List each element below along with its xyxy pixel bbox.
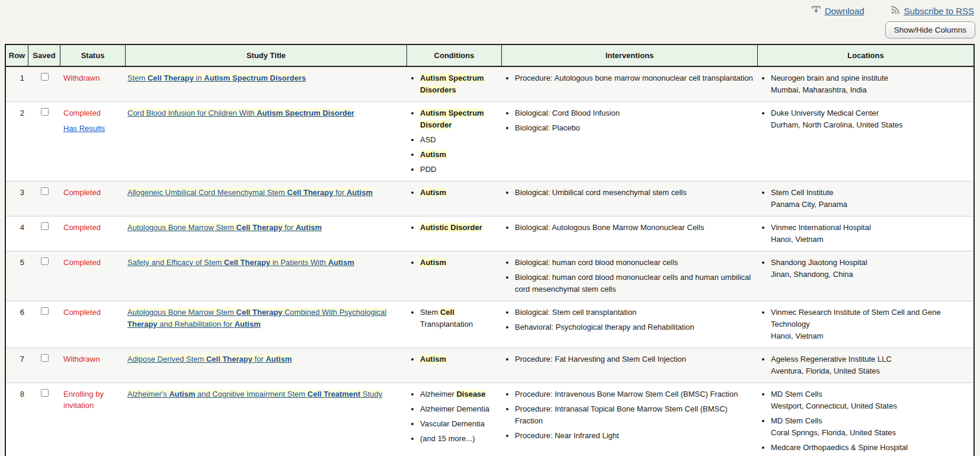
status-label: Enrolling by invitation bbox=[63, 388, 123, 411]
intervention-item: Procedure: Near Infrared Light bbox=[515, 430, 755, 442]
status-label: Withdrawn bbox=[63, 353, 123, 365]
condition-item: Autism Spectrum Disorder bbox=[420, 107, 499, 131]
status-cell: Completed bbox=[60, 301, 126, 347]
study-title-link[interactable]: Autologous Bone Marrow Stem Cell Therapy… bbox=[127, 223, 322, 232]
intervention-item: Biological: Placebo bbox=[515, 122, 755, 134]
condition-item: (and 15 more...) bbox=[420, 433, 499, 445]
toolbar-links: Download Subscribe to RSS bbox=[0, 4, 980, 17]
study-title-link[interactable]: Allogeneic Umbilical Cord Mesenchymal St… bbox=[127, 188, 373, 197]
highlighted-term: Autism bbox=[420, 258, 446, 267]
table-row: 4CompletedAutologous Bone Marrow Stem Ce… bbox=[6, 216, 973, 251]
highlighted-term: Autism bbox=[347, 188, 373, 197]
study-title-link[interactable]: Cord Blood Infusion for Children With Au… bbox=[127, 109, 354, 117]
status-label: Completed bbox=[63, 307, 123, 318]
study-title-link[interactable]: Safety and Efficacy of Stem Cell Therapy… bbox=[127, 258, 354, 267]
location-place: Hanoi, Vietnam bbox=[771, 234, 971, 245]
highlighted-term: Cell Therapy bbox=[287, 188, 334, 197]
location-item: MD Stem CellsCoral Springs, Florida, Uni… bbox=[771, 415, 971, 439]
interventions-list: Biological: Stem cell transplantationBeh… bbox=[505, 307, 755, 333]
location-item: Neurogen brain and spine instituteMumbai… bbox=[771, 72, 971, 96]
subscribe-rss-link[interactable]: Subscribe to RSS bbox=[891, 5, 974, 17]
show-hide-columns-button[interactable]: Show/Hide Columns bbox=[885, 21, 975, 39]
conditions-cell: Stem Cell Transplantation bbox=[407, 301, 502, 347]
saved-cell bbox=[28, 348, 60, 382]
save-checkbox[interactable] bbox=[41, 187, 49, 195]
locations-cell: Neurogen brain and spine instituteMumbai… bbox=[758, 67, 973, 101]
highlighted-term: Cell Therapy bbox=[148, 74, 194, 82]
conditions-cell: Autism bbox=[407, 348, 502, 382]
header-saved: Saved bbox=[28, 45, 60, 66]
download-link[interactable]: Download bbox=[811, 5, 864, 17]
location-place: Durham, North Carolina, United States bbox=[771, 119, 971, 131]
header-study-title: Study Title bbox=[126, 45, 407, 66]
save-checkbox[interactable] bbox=[41, 354, 49, 362]
location-item: Medcare Orthopaedics & Spine HospitalDub… bbox=[771, 442, 971, 456]
interventions-cell: Procedure: Intravenous Bone Marrow Stem … bbox=[502, 383, 758, 456]
has-results-link[interactable]: Has Results bbox=[63, 123, 105, 135]
status-cell: Withdrawn bbox=[60, 67, 126, 101]
row-number: 7 bbox=[6, 348, 28, 382]
save-checkbox[interactable] bbox=[41, 73, 49, 81]
highlighted-term: Cell Therapy bbox=[236, 308, 283, 317]
intervention-item: Biological: Autologous Bone Marrow Monon… bbox=[515, 222, 755, 234]
download-label[interactable]: Download bbox=[825, 6, 864, 16]
study-title-link[interactable]: Alzheimer's Autism and Cognitive Impairm… bbox=[127, 390, 382, 398]
save-checkbox[interactable] bbox=[41, 222, 49, 230]
interventions-cell: Procedure: Autologous bone marrow mononu… bbox=[502, 67, 758, 101]
conditions-cell: Autistic Disorder bbox=[407, 216, 502, 251]
location-name: MD Stem Cells bbox=[771, 415, 971, 427]
location-place: Westport, Connecticut, United States bbox=[771, 400, 971, 412]
conditions-list: Autism Spectrum DisorderASDAutismPDD bbox=[410, 107, 499, 176]
interventions-list: Biological: Umbilical cord mesenchymal s… bbox=[505, 187, 755, 199]
highlighted-term: Cell Therapy bbox=[224, 258, 270, 267]
intervention-item: Biological: human cord blood mononuclear… bbox=[515, 272, 755, 295]
conditions-list: Autistic Disorder bbox=[410, 222, 499, 234]
text-segment: PDD bbox=[420, 165, 436, 174]
interventions-cell: Biological: Autologous Bone Marrow Monon… bbox=[502, 216, 758, 251]
text-segment: Vascular Dementia bbox=[420, 419, 485, 428]
study-title-link[interactable]: Stem Cell Therapy in Autism Spectrum Dis… bbox=[127, 74, 306, 82]
saved-cell bbox=[28, 251, 60, 301]
highlighted-term: Autism bbox=[235, 320, 261, 329]
highlighted-term: Autism bbox=[328, 258, 354, 267]
subscribe-rss-label[interactable]: Subscribe to RSS bbox=[904, 6, 974, 16]
conditions-list: Autism bbox=[410, 187, 499, 199]
text-segment: and Cognitive Impairment Stem bbox=[195, 390, 307, 398]
rss-icon bbox=[891, 5, 901, 17]
save-checkbox[interactable] bbox=[41, 257, 49, 265]
highlighted-term: Autism bbox=[420, 188, 446, 197]
highlighted-term: Autism bbox=[420, 355, 446, 363]
saved-cell bbox=[28, 383, 60, 456]
save-checkbox[interactable] bbox=[41, 389, 49, 397]
study-title-link[interactable]: Adipose Derived Stem Cell Therapy for Au… bbox=[127, 355, 292, 363]
location-place: Dubai, United Arab Emirates bbox=[771, 454, 971, 456]
status-cell: Completed bbox=[60, 181, 126, 216]
location-name: Duke University Medical Center bbox=[771, 107, 971, 119]
location-name: Medcare Orthopaedics & Spine Hospital bbox=[771, 442, 971, 454]
location-place: Aventura, Florida, United States bbox=[771, 365, 971, 377]
interventions-cell: Biological: Umbilical cord mesenchymal s… bbox=[502, 181, 758, 216]
condition-item: Autism bbox=[420, 187, 499, 199]
highlighted-term: Autism bbox=[169, 390, 195, 398]
save-checkbox[interactable] bbox=[41, 307, 49, 315]
interventions-cell: Biological: Stem cell transplantationBeh… bbox=[502, 301, 758, 347]
condition-item: Autism bbox=[420, 149, 499, 161]
condition-item: Autistic Disorder bbox=[420, 222, 499, 234]
text-segment: and Rehabilitation for bbox=[158, 320, 235, 329]
table-row: 6CompletedAutologous Bone Marrow Stem Ce… bbox=[6, 301, 973, 347]
highlighted-term: Autism bbox=[296, 223, 322, 232]
location-place: Hanoi, Vietnam bbox=[771, 330, 971, 342]
text-segment: Stem bbox=[420, 308, 440, 317]
location-place: Coral Springs, Florida, United States bbox=[771, 427, 971, 439]
save-checkbox[interactable] bbox=[41, 108, 49, 116]
toolbar: Download Subscribe to RSS Show/Hide Colu… bbox=[0, 0, 980, 39]
table-row: 8Enrolling by invitationAlzheimer's Auti… bbox=[6, 382, 973, 456]
conditions-list: Stem Cell Transplantation bbox=[410, 307, 499, 330]
study-title-link[interactable]: Autologous Bone Marrow Stem Cell Therapy… bbox=[127, 308, 386, 329]
text-segment: Autologous Bone Marrow Stem bbox=[127, 308, 236, 317]
intervention-item: Biological: Stem cell transplantation bbox=[515, 307, 755, 318]
interventions-cell: Procedure: Fat Harvesting and Stem Cell … bbox=[502, 348, 758, 382]
study-title-cell: Autologous Bone Marrow Stem Cell Therapy… bbox=[126, 216, 407, 251]
interventions-list: Procedure: Intravenous Bone Marrow Stem … bbox=[505, 388, 755, 442]
location-name: MD Stem Cells bbox=[771, 388, 971, 400]
